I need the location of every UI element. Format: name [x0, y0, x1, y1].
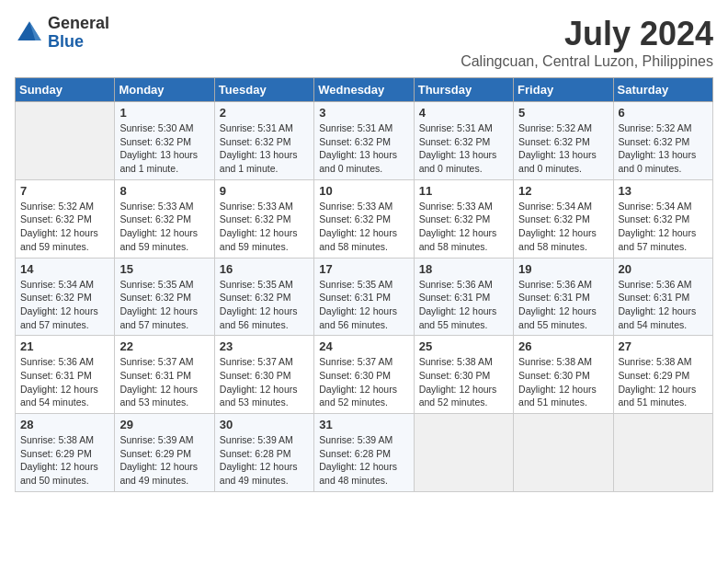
calendar-cell: 30Sunrise: 5:39 AM Sunset: 6:28 PM Dayli…: [214, 414, 313, 492]
day-detail: Sunrise: 5:34 AM Sunset: 6:32 PM Dayligh…: [20, 278, 109, 332]
day-detail: Sunrise: 5:39 AM Sunset: 6:29 PM Dayligh…: [119, 433, 209, 488]
day-number: 7: [20, 184, 109, 198]
calendar-cell: 2Sunrise: 5:31 AM Sunset: 6:32 PM Daylig…: [214, 102, 313, 180]
day-detail: Sunrise: 5:35 AM Sunset: 6:32 PM Dayligh…: [119, 278, 209, 332]
calendar-cell: [16, 102, 115, 180]
day-number: 6: [619, 106, 708, 120]
day-detail: Sunrise: 5:39 AM Sunset: 6:28 PM Dayligh…: [220, 433, 309, 488]
calendar-cell: 15Sunrise: 5:35 AM Sunset: 6:32 PM Dayli…: [115, 258, 214, 336]
day-detail: Sunrise: 5:35 AM Sunset: 6:31 PM Dayligh…: [319, 278, 408, 332]
calendar-cell: 19Sunrise: 5:36 AM Sunset: 6:31 PM Dayli…: [514, 258, 613, 336]
day-number: 20: [619, 262, 708, 276]
day-number: 26: [518, 339, 608, 353]
day-number: 30: [220, 418, 309, 431]
day-detail: Sunrise: 5:32 AM Sunset: 6:32 PM Dayligh…: [518, 121, 608, 176]
day-detail: Sunrise: 5:35 AM Sunset: 6:32 PM Dayligh…: [220, 278, 309, 332]
day-detail: Sunrise: 5:38 AM Sunset: 6:30 PM Dayligh…: [518, 355, 608, 409]
day-detail: Sunrise: 5:33 AM Sunset: 6:32 PM Dayligh…: [119, 200, 209, 254]
calendar-cell: 5Sunrise: 5:32 AM Sunset: 6:32 PM Daylig…: [514, 102, 613, 180]
day-detail: Sunrise: 5:34 AM Sunset: 6:32 PM Dayligh…: [518, 200, 608, 254]
calendar-week-3: 14Sunrise: 5:34 AM Sunset: 6:32 PM Dayli…: [16, 258, 713, 336]
calendar-week-1: 1Sunrise: 5:30 AM Sunset: 6:32 PM Daylig…: [16, 102, 713, 180]
day-number: 10: [319, 184, 408, 198]
day-detail: Sunrise: 5:30 AM Sunset: 6:32 PM Dayligh…: [119, 121, 209, 176]
calendar-cell: 18Sunrise: 5:36 AM Sunset: 6:31 PM Dayli…: [414, 258, 513, 336]
calendar-cell: 3Sunrise: 5:31 AM Sunset: 6:32 PM Daylig…: [314, 102, 414, 180]
header-monday: Monday: [115, 78, 214, 102]
header-saturday: Saturday: [613, 78, 712, 102]
calendar-cell: 28Sunrise: 5:38 AM Sunset: 6:29 PM Dayli…: [16, 414, 115, 492]
day-detail: Sunrise: 5:37 AM Sunset: 6:31 PM Dayligh…: [119, 355, 209, 409]
day-number: 23: [220, 339, 309, 353]
calendar-cell: 24Sunrise: 5:37 AM Sunset: 6:30 PM Dayli…: [314, 336, 414, 414]
calendar-cell: 25Sunrise: 5:38 AM Sunset: 6:30 PM Dayli…: [414, 336, 513, 414]
day-detail: Sunrise: 5:38 AM Sunset: 6:29 PM Dayligh…: [20, 433, 109, 488]
logo-blue: Blue: [48, 33, 109, 52]
calendar-cell: 27Sunrise: 5:38 AM Sunset: 6:29 PM Dayli…: [613, 336, 712, 414]
day-number: 19: [518, 262, 608, 276]
day-number: 9: [220, 184, 309, 198]
month-year: July 2024: [461, 15, 713, 53]
day-detail: Sunrise: 5:33 AM Sunset: 6:32 PM Dayligh…: [220, 200, 309, 254]
day-detail: Sunrise: 5:31 AM Sunset: 6:32 PM Dayligh…: [319, 121, 408, 176]
day-detail: Sunrise: 5:38 AM Sunset: 6:29 PM Dayligh…: [619, 355, 708, 409]
calendar-cell: 16Sunrise: 5:35 AM Sunset: 6:32 PM Dayli…: [214, 258, 313, 336]
day-detail: Sunrise: 5:37 AM Sunset: 6:30 PM Dayligh…: [220, 355, 309, 409]
calendar-cell: [414, 414, 513, 492]
calendar-cell: 4Sunrise: 5:31 AM Sunset: 6:32 PM Daylig…: [414, 102, 513, 180]
calendar-cell: 12Sunrise: 5:34 AM Sunset: 6:32 PM Dayli…: [514, 179, 613, 258]
calendar-cell: 31Sunrise: 5:39 AM Sunset: 6:28 PM Dayli…: [314, 414, 414, 492]
calendar-week-4: 21Sunrise: 5:36 AM Sunset: 6:31 PM Dayli…: [16, 336, 713, 414]
day-detail: Sunrise: 5:38 AM Sunset: 6:30 PM Dayligh…: [419, 355, 508, 409]
day-detail: Sunrise: 5:36 AM Sunset: 6:31 PM Dayligh…: [419, 278, 508, 332]
day-number: 29: [119, 418, 209, 431]
day-number: 11: [419, 184, 508, 198]
calendar-cell: 10Sunrise: 5:33 AM Sunset: 6:32 PM Dayli…: [314, 179, 414, 258]
calendar-cell: 21Sunrise: 5:36 AM Sunset: 6:31 PM Dayli…: [16, 336, 115, 414]
day-detail: Sunrise: 5:32 AM Sunset: 6:32 PM Dayligh…: [20, 200, 109, 254]
day-number: 18: [419, 262, 508, 276]
calendar-cell: 13Sunrise: 5:34 AM Sunset: 6:32 PM Dayli…: [613, 179, 712, 258]
day-detail: Sunrise: 5:31 AM Sunset: 6:32 PM Dayligh…: [220, 121, 309, 176]
logo-general: General: [48, 15, 109, 33]
calendar-cell: 11Sunrise: 5:33 AM Sunset: 6:32 PM Dayli…: [414, 179, 513, 258]
day-number: 28: [20, 418, 109, 431]
day-detail: Sunrise: 5:33 AM Sunset: 6:32 PM Dayligh…: [319, 200, 408, 254]
logo: General Blue: [15, 15, 109, 52]
day-detail: Sunrise: 5:34 AM Sunset: 6:32 PM Dayligh…: [619, 200, 708, 254]
calendar-cell: 20Sunrise: 5:36 AM Sunset: 6:31 PM Dayli…: [613, 258, 712, 336]
day-number: 24: [319, 339, 408, 353]
day-detail: Sunrise: 5:32 AM Sunset: 6:32 PM Dayligh…: [619, 121, 708, 176]
day-number: 3: [319, 106, 408, 120]
calendar-cell: 9Sunrise: 5:33 AM Sunset: 6:32 PM Daylig…: [214, 179, 313, 258]
calendar-cell: 22Sunrise: 5:37 AM Sunset: 6:31 PM Dayli…: [115, 336, 214, 414]
page-header: General Blue July 2024 Calingcuan, Centr…: [15, 15, 713, 70]
calendar-cell: 7Sunrise: 5:32 AM Sunset: 6:32 PM Daylig…: [16, 179, 115, 258]
calendar-table: SundayMondayTuesdayWednesdayThursdayFrid…: [15, 77, 713, 492]
day-number: 21: [20, 339, 109, 353]
day-number: 14: [20, 262, 109, 276]
calendar-week-5: 28Sunrise: 5:38 AM Sunset: 6:29 PM Dayli…: [16, 414, 713, 492]
logo-text: General Blue: [48, 15, 109, 52]
day-number: 8: [119, 184, 209, 198]
calendar-cell: 26Sunrise: 5:38 AM Sunset: 6:30 PM Dayli…: [514, 336, 613, 414]
day-number: 5: [518, 106, 608, 120]
calendar-cell: 6Sunrise: 5:32 AM Sunset: 6:32 PM Daylig…: [613, 102, 712, 180]
day-number: 22: [119, 339, 209, 353]
day-number: 31: [319, 418, 408, 431]
day-number: 4: [419, 106, 508, 120]
calendar-cell: 14Sunrise: 5:34 AM Sunset: 6:32 PM Dayli…: [16, 258, 115, 336]
logo-icon: [15, 18, 44, 48]
calendar-cell: 8Sunrise: 5:33 AM Sunset: 6:32 PM Daylig…: [115, 179, 214, 258]
day-detail: Sunrise: 5:36 AM Sunset: 6:31 PM Dayligh…: [20, 355, 109, 409]
day-number: 13: [619, 184, 708, 198]
day-detail: Sunrise: 5:36 AM Sunset: 6:31 PM Dayligh…: [518, 278, 608, 332]
calendar-header-row: SundayMondayTuesdayWednesdayThursdayFrid…: [16, 78, 713, 102]
day-detail: Sunrise: 5:36 AM Sunset: 6:31 PM Dayligh…: [619, 278, 708, 332]
calendar-cell: 17Sunrise: 5:35 AM Sunset: 6:31 PM Dayli…: [314, 258, 414, 336]
header-wednesday: Wednesday: [314, 78, 414, 102]
calendar-cell: [613, 414, 712, 492]
calendar-cell: 29Sunrise: 5:39 AM Sunset: 6:29 PM Dayli…: [115, 414, 214, 492]
calendar-week-2: 7Sunrise: 5:32 AM Sunset: 6:32 PM Daylig…: [16, 179, 713, 258]
day-number: 25: [419, 339, 508, 353]
